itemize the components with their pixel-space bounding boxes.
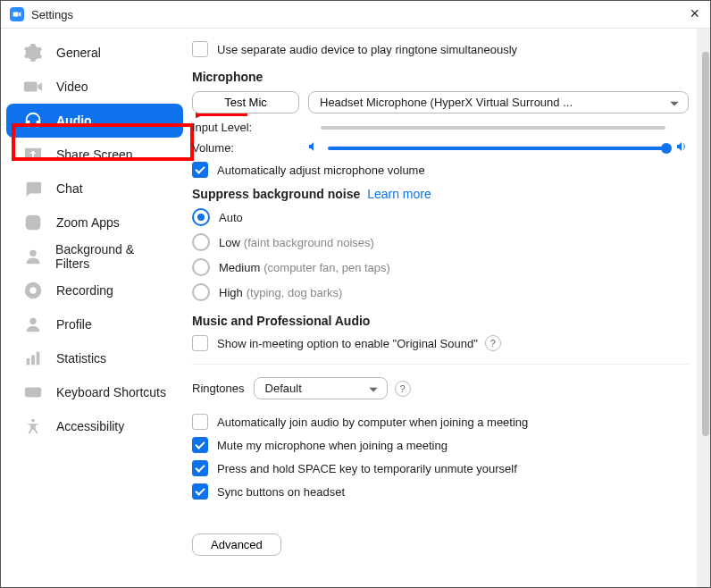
sync-headset-checkbox[interactable] — [192, 483, 208, 500]
sidebar-label: Chat — [56, 181, 83, 196]
mic-device-select[interactable]: Headset Microphone (HyperX Virtual Surro… — [308, 91, 689, 113]
sidebar-label: Keyboard Shortcuts — [56, 385, 166, 399]
video-icon — [22, 76, 44, 97]
original-sound-label: Show in-meeting option to enable "Origin… — [217, 337, 478, 350]
space-unmute-label: Press and hold SPACE key to temporarily … — [217, 462, 517, 475]
sidebar-item-zoom-apps[interactable]: Zoom Apps — [6, 206, 183, 239]
test-mic-button[interactable]: Test Mic — [192, 91, 299, 113]
keyboard-icon — [22, 382, 44, 403]
gear-icon — [22, 42, 44, 63]
sidebar-item-general[interactable]: General — [6, 36, 183, 70]
learn-more-link[interactable]: Learn more — [367, 187, 431, 201]
accessibility-icon — [22, 416, 44, 437]
suppress-low-radio[interactable] — [192, 233, 210, 251]
help-icon[interactable]: ? — [485, 335, 501, 351]
sidebar-label: General — [56, 46, 101, 60]
sidebar-label: Statistics — [56, 351, 106, 365]
svg-rect-0 — [26, 215, 41, 231]
sidebar-label: Accessibility — [56, 419, 124, 433]
auto-join-label: Automatically join audio by computer whe… — [217, 416, 528, 429]
scrollbar-thumb[interactable] — [702, 52, 709, 436]
mute-join-label: Mute my microphone when joining a meetin… — [217, 439, 448, 452]
separate-audio-label: Use separate audio device to play ringto… — [217, 43, 517, 56]
suppress-option-hint: (typing, dog barks) — [247, 286, 343, 299]
suppress-option-label: Auto — [219, 211, 243, 224]
sidebar-item-accessibility[interactable]: Accessibility — [6, 409, 183, 443]
sidebar-item-video[interactable]: Video — [6, 70, 183, 104]
close-icon[interactable]: × — [690, 5, 699, 21]
sidebar-item-audio[interactable]: Audio — [6, 104, 183, 138]
sidebar-label: Zoom Apps — [56, 215, 120, 230]
svg-point-4 — [29, 318, 36, 324]
mic-device-value: Headset Microphone (HyperX Virtual Surro… — [320, 96, 573, 109]
svg-point-9 — [31, 419, 35, 423]
svg-rect-5 — [27, 358, 30, 365]
content-panel: Use separate audio device to play ringto… — [188, 29, 710, 588]
sidebar-label: Audio — [56, 113, 92, 128]
sidebar-item-statistics[interactable]: Statistics — [6, 341, 183, 375]
music-section-title: Music and Professional Audio — [192, 314, 689, 328]
input-level-meter — [321, 126, 665, 130]
headphones-icon — [22, 110, 44, 131]
svg-rect-8 — [25, 388, 41, 398]
separate-audio-checkbox[interactable] — [192, 41, 208, 57]
speaker-low-icon — [308, 141, 321, 155]
suppress-option-label: Low — [219, 236, 240, 249]
sidebar-item-share-screen[interactable]: Share Screen — [6, 138, 183, 172]
svg-rect-6 — [31, 355, 35, 365]
suppress-auto-radio[interactable] — [192, 208, 210, 226]
sidebar: General Video Audio Share Screen Chat Zo… — [1, 29, 188, 588]
ringtones-label: Ringtones — [192, 382, 245, 395]
apps-icon — [22, 212, 44, 233]
ringtones-value: Default — [265, 382, 302, 395]
space-unmute-checkbox[interactable] — [192, 460, 208, 476]
background-icon — [22, 246, 43, 267]
suppress-option-label: High — [219, 286, 243, 299]
volume-label: Volume: — [192, 141, 290, 155]
mic-volume-slider[interactable] — [328, 147, 669, 150]
suppress-high-radio[interactable] — [192, 283, 210, 301]
suppress-option-hint: (computer fan, pen taps) — [263, 261, 390, 274]
svg-point-1 — [29, 250, 36, 256]
sidebar-item-chat[interactable]: Chat — [6, 172, 183, 206]
suppress-medium-radio[interactable] — [192, 258, 210, 276]
sidebar-item-background[interactable]: Background & Filters — [6, 239, 183, 273]
mute-join-checkbox[interactable] — [192, 437, 208, 453]
sidebar-item-keyboard[interactable]: Keyboard Shortcuts — [6, 375, 183, 409]
microphone-section-title: Microphone — [192, 70, 689, 84]
titlebar: Settings × — [1, 1, 710, 29]
profile-icon — [22, 314, 44, 335]
svg-rect-7 — [37, 352, 40, 365]
settings-window: Settings × General Video Audio Share Scr… — [0, 0, 711, 588]
recording-icon — [22, 280, 44, 301]
sync-headset-label: Sync buttons on headset — [217, 485, 345, 499]
sidebar-label: Recording — [56, 283, 113, 298]
sidebar-label: Video — [56, 80, 88, 94]
ringtones-select[interactable]: Default — [254, 377, 388, 399]
auto-join-checkbox[interactable] — [192, 414, 208, 430]
auto-adjust-checkbox[interactable] — [192, 162, 208, 178]
scrollbar-track[interactable] — [697, 29, 710, 588]
suppress-option-label: Medium — [219, 261, 260, 274]
suppress-section-title: Suppress background noise Learn more — [192, 187, 689, 201]
chevron-down-icon — [670, 96, 679, 109]
sidebar-label: Profile — [56, 317, 92, 332]
help-icon[interactable]: ? — [395, 381, 411, 397]
auto-adjust-label: Automatically adjust microphone volume — [217, 164, 425, 177]
speaker-high-icon — [676, 141, 689, 155]
window-title: Settings — [31, 8, 73, 21]
divider — [192, 364, 689, 365]
sidebar-label: Background & Filters — [55, 242, 167, 271]
app-icon — [10, 7, 24, 21]
advanced-button[interactable]: Advanced — [192, 533, 281, 556]
sidebar-label: Share Screen — [56, 147, 133, 162]
svg-point-3 — [29, 287, 36, 293]
original-sound-checkbox[interactable] — [192, 335, 208, 351]
sidebar-item-profile[interactable]: Profile — [6, 307, 183, 341]
sidebar-item-recording[interactable]: Recording — [6, 273, 183, 307]
input-level-label: Input Level: — [192, 121, 290, 134]
suppress-option-hint: (faint background noises) — [244, 236, 374, 249]
share-screen-icon — [22, 144, 44, 165]
chevron-down-icon — [369, 382, 378, 395]
statistics-icon — [22, 348, 44, 369]
